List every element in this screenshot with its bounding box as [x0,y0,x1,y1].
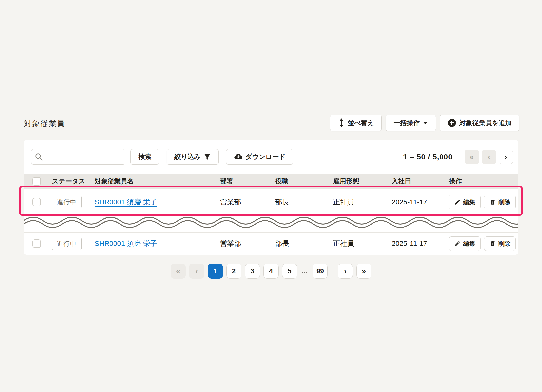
delete-button[interactable]: 削除 [484,195,516,209]
header-operations: 操作 [444,177,518,186]
sort-button-label: 並べ替え [348,119,374,127]
hire-date-cell: 2025-11-17 [387,240,444,248]
top-prev-page-button: ‹ [482,150,496,164]
department-cell: 営業部 [215,197,270,207]
download-button-label: ダウンロード [245,152,285,161]
filter-funnel-icon [204,153,211,160]
toolbar: 並べ替え 一括操作 対象従業員を追加 [330,115,519,131]
sort-icon [338,118,345,127]
chevron-down-icon [423,121,428,125]
header-status: ステータス [47,177,90,186]
bulk-actions-label: 一括操作 [393,119,420,127]
page-title: 対象従業員 [24,118,65,129]
table-row: 進行中 SHR0001 須磨 栄子 営業部 部長 正社員 2025-11-17 … [24,189,518,215]
bulk-actions-button[interactable]: 一括操作 [386,115,436,131]
header-name: 対象従業員名 [90,177,215,186]
employment-cell: 正社員 [328,239,387,248]
download-button[interactable]: ダウンロード [226,149,293,165]
page-button-4[interactable]: 4 [263,264,279,279]
bottom-pagination: « ‹ 1 2 3 4 5 … 99 › » [0,264,542,279]
first-page-button: « [171,264,186,279]
search-button-label: 検索 [138,152,151,161]
top-next-page-button[interactable]: › [499,150,513,164]
pencil-icon [454,240,461,247]
plus-circle-icon [448,119,456,127]
search-input[interactable] [45,153,122,161]
search-box[interactable] [31,149,125,165]
table-row: 進行中 SHR0001 須磨 栄子 営業部 部長 正社員 2025-11-17 … [24,233,518,255]
delete-button-label: 削除 [498,198,510,206]
edit-button[interactable]: 編集 [449,195,481,209]
trash-icon [489,199,496,205]
page-button-1[interactable]: 1 [208,264,223,279]
page-button-5[interactable]: 5 [282,264,297,279]
delete-button-label: 削除 [498,240,510,248]
edit-button-label: 編集 [463,240,475,248]
download-cloud-icon [234,153,242,160]
pencil-icon [454,199,461,205]
prev-page-button: ‹ [189,264,204,279]
trash-icon [489,240,496,247]
edit-button-label: 編集 [463,198,475,206]
row-checkbox[interactable] [32,198,41,206]
table-header-row: ステータス 対象従業員名 部署 役職 雇用形態 入社日 操作 [24,174,518,189]
page-button-2[interactable]: 2 [226,264,241,279]
hire-date-cell: 2025-11-17 [387,198,444,206]
last-page-button[interactable]: » [356,264,371,279]
search-button[interactable]: 検索 [130,149,159,165]
filter-button[interactable]: 絞り込み [167,149,219,165]
omitted-rows-separator [24,215,518,233]
status-badge: 進行中 [52,196,82,208]
employment-cell: 正社員 [328,197,387,207]
add-employee-button[interactable]: 対象従業員を追加 [440,115,519,131]
edit-button[interactable]: 編集 [449,236,481,251]
select-all-checkbox[interactable] [32,177,41,186]
employee-name-link[interactable]: SHR0001 須磨 栄子 [95,240,157,247]
search-icon [35,153,43,161]
role-cell: 部長 [270,197,328,207]
page-button-3[interactable]: 3 [245,264,260,279]
employee-list-card: 検索 絞り込み ダウンロード 1 – 50 / 5,000 « ‹ › ステータ… [24,140,518,255]
header-department: 部署 [215,177,270,186]
header-role: 役職 [270,177,328,186]
status-badge: 進行中 [52,238,82,250]
sort-button[interactable]: 並べ替え [330,115,382,131]
top-first-page-button: « [465,150,479,164]
employee-name-link[interactable]: SHR0001 須磨 栄子 [95,198,157,206]
delete-button[interactable]: 削除 [484,236,516,251]
pagination-ellipsis: … [301,267,309,275]
department-cell: 営業部 [215,239,270,248]
list-controls: 検索 絞り込み ダウンロード 1 – 50 / 5,000 « ‹ › [24,140,518,174]
role-cell: 部長 [270,239,328,248]
next-page-button[interactable]: › [338,264,353,279]
top-pagination: 1 – 50 / 5,000 « ‹ › [403,150,513,164]
row-checkbox[interactable] [32,239,41,248]
result-range: 1 – 50 / 5,000 [403,153,453,161]
header-hire-date: 入社日 [387,177,444,186]
add-employee-label: 対象従業員を追加 [459,119,512,127]
filter-button-label: 絞り込み [174,152,201,161]
header-employment: 雇用形態 [328,177,387,186]
page-button-99[interactable]: 99 [313,264,328,279]
